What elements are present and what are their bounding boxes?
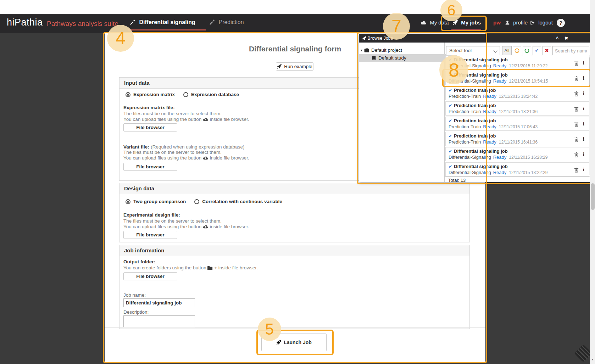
expression-matrix-radio[interactable] [126, 92, 130, 97]
cloud-upload-icon [203, 156, 208, 160]
job-list-item[interactable]: ✔Differential signaling job Differential… [445, 147, 589, 161]
app-logo-text: hiPathia [7, 17, 43, 28]
job-name-input[interactable] [123, 298, 195, 307]
job-list-item[interactable]: ✔Prediction train job Prediction-TrainRe… [445, 132, 589, 146]
design-file-label: Experimental design file: [123, 212, 180, 218]
briefcase-icon [364, 48, 369, 52]
correlation-radio[interactable] [194, 199, 199, 204]
info-icon[interactable]: i [583, 75, 584, 81]
scrollbar-thumb[interactable] [591, 183, 595, 210]
job-status: Ready [483, 139, 496, 145]
trash-icon[interactable] [574, 91, 579, 97]
trash-icon[interactable] [574, 75, 579, 82]
job-tool: Differential-Signaling [449, 63, 491, 68]
sign-out-icon [530, 20, 535, 25]
check-icon: ✔ [449, 134, 452, 139]
trash-icon[interactable] [574, 60, 579, 67]
info-icon[interactable]: i [583, 60, 584, 66]
filter-running-button[interactable] [523, 46, 531, 55]
variant-file-browser-button[interactable]: File browser [123, 163, 177, 171]
app-tagline: Pathways analysis suite [47, 20, 118, 28]
tab-label: Differential signaling [139, 19, 195, 25]
run-example-button[interactable]: Run example [276, 62, 313, 71]
info-icon[interactable]: i [583, 151, 584, 157]
info-icon[interactable]: i [583, 136, 584, 142]
job-title: Prediction train job [454, 103, 496, 108]
trash-icon[interactable] [574, 152, 579, 158]
button-label: File browser [136, 274, 165, 279]
tab-prediction[interactable]: Prediction [210, 19, 244, 26]
job-date: 12/11/2015 18:24:42 [499, 94, 538, 99]
my-jobs-underline [451, 29, 481, 30]
info-icon[interactable]: i [583, 90, 584, 96]
design-file-browser-button[interactable]: File browser [123, 231, 177, 239]
job-list-item-selected[interactable]: ✔Differential signaling job Differential… [445, 71, 589, 85]
app-logo[interactable]: hiPathia [7, 17, 43, 28]
button-label: Launch Job [284, 340, 312, 345]
job-status: Ready [483, 124, 496, 129]
note-text: inside file browser. [210, 224, 249, 229]
job-list-item[interactable]: ✔Prediction train job Prediction-TrainRe… [445, 86, 589, 100]
output-folder-browser-button[interactable]: File browser [123, 272, 177, 280]
info-icon[interactable]: i [583, 167, 584, 173]
close-icon[interactable]: ✖ [565, 34, 568, 43]
collapse-icon[interactable]: ^ [556, 34, 558, 43]
info-icon[interactable]: i [583, 106, 584, 112]
job-date: 12/21/2015 11:29:22 [509, 63, 547, 68]
filter-ready-button[interactable]: ✔ [533, 46, 541, 55]
description-label: Description: [123, 309, 149, 315]
description-input[interactable] [123, 315, 195, 327]
filter-queued-button[interactable] [513, 46, 521, 55]
username[interactable]: pw [493, 19, 501, 26]
tree-item-default-project[interactable]: ▾ Default project [359, 46, 444, 54]
search-input[interactable] [552, 46, 589, 55]
job-tool: Differential-Signaling [449, 170, 491, 175]
job-list-item[interactable]: ✔Prediction train job Prediction-TrainRe… [445, 101, 589, 116]
filter-error-button[interactable]: ✖ [543, 46, 551, 55]
filter-all-button[interactable]: All [502, 46, 512, 55]
select-tool-dropdown[interactable]: Select tool [446, 46, 500, 55]
radio-label: Expression database [191, 92, 239, 97]
trash-icon[interactable] [574, 106, 579, 112]
user-icon [505, 20, 510, 25]
active-tab-underline [128, 29, 206, 30]
job-status: Ready [493, 170, 507, 175]
launch-job-button[interactable]: Launch Job [261, 334, 327, 351]
help-icon[interactable]: ? [557, 19, 565, 27]
tab-differential-signaling[interactable]: Differential signaling [130, 19, 195, 26]
check-icon: ✔ [449, 57, 452, 62]
screen: hiPathia Pathways analysis suite Differe… [0, 0, 595, 364]
job-list-item[interactable]: ✔Differential signaling job Differential… [445, 162, 589, 177]
nav-label: My jobs [461, 19, 481, 26]
rocket-icon [362, 36, 366, 40]
job-tool: Differential-Signaling [449, 78, 491, 84]
nav-my-jobs[interactable]: My jobs [452, 19, 481, 26]
trash-icon[interactable] [574, 167, 579, 173]
browse-jobs-header[interactable]: Browse Jobs ^ ✖ [359, 34, 592, 43]
scrollbar-down-arrow[interactable]: ▾ [590, 357, 595, 361]
matrix-file-label: Expression matrix file: [123, 105, 175, 110]
job-information-section: Job information Output folder: You can c… [119, 245, 470, 329]
check-icon: ✔ [449, 149, 452, 154]
project-tree: ▾ Default project Default study [359, 43, 445, 182]
nav-logout[interactable]: logout [530, 19, 553, 26]
info-icon[interactable]: i [583, 121, 584, 127]
book-icon [372, 56, 376, 60]
job-title: Prediction train job [454, 118, 496, 123]
section-header: Design data [119, 183, 469, 194]
tree-item-default-study[interactable]: Default study [359, 54, 457, 62]
matrix-file-browser-button[interactable]: File browser [123, 123, 177, 131]
nav-profile[interactable]: profile [505, 19, 528, 26]
note-text: You can upload files using the button [123, 117, 201, 122]
nav-my-data[interactable]: My data [421, 19, 449, 26]
job-title: Differential signaling job [454, 72, 508, 78]
job-status: Ready [483, 94, 496, 99]
trash-icon[interactable] [574, 136, 579, 143]
job-list-item[interactable]: ✔Differential signaling job Differential… [445, 56, 589, 70]
two-group-radio[interactable] [126, 199, 130, 204]
expression-database-radio[interactable] [183, 92, 188, 97]
button-label: File browser [136, 125, 165, 130]
job-list-item[interactable]: ✔Prediction train job Prediction-TrainRe… [445, 117, 589, 131]
browser-scrollbar[interactable]: ▾ [590, 0, 595, 364]
trash-icon[interactable] [574, 121, 579, 128]
